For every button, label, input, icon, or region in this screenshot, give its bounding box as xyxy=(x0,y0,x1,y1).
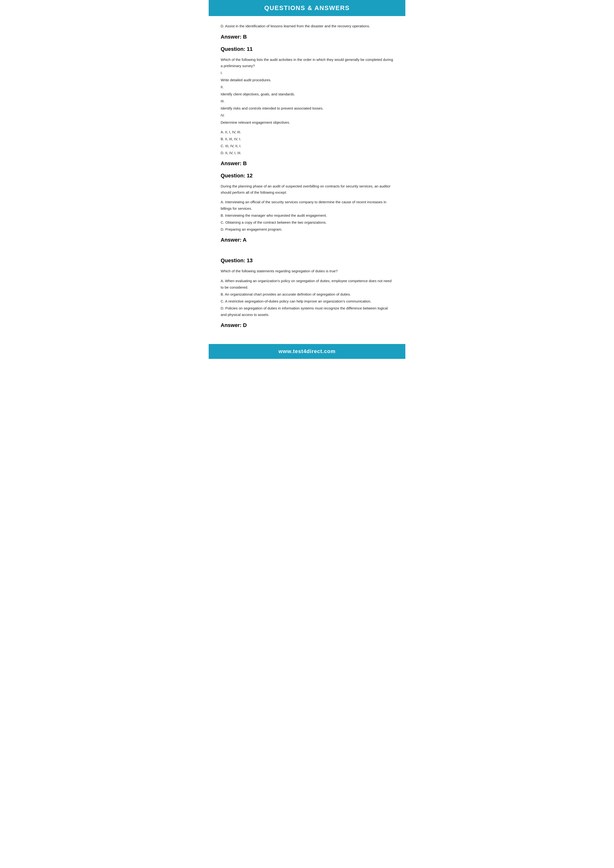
q13-opt-c: C. A restrictive segregation-of-duties p… xyxy=(221,298,393,304)
q11-line-6: III. xyxy=(221,98,393,104)
answer-12: Answer: A xyxy=(221,237,393,243)
q11-line-8: IV. xyxy=(221,112,393,118)
q12-opt-c: C. Obtaining a copy of the contract betw… xyxy=(221,219,393,226)
q13-opt-a: A. When evaluating an organization's pol… xyxy=(221,277,393,291)
q11-opt-c: C. III, IV, II, I. xyxy=(221,143,393,149)
q13-opt-b: B. An organizational chart provides an a… xyxy=(221,291,393,298)
answer-10: Answer: B xyxy=(221,34,393,40)
question-12-body: During the planning phase of an audit of… xyxy=(221,183,393,195)
question-13-body: Which of the following statements regard… xyxy=(221,268,393,274)
spacer-1 xyxy=(221,249,393,257)
q11-line-2: I. xyxy=(221,70,393,76)
q11-line-9: Determine relevant engagement objectives… xyxy=(221,119,393,126)
question-11-title: Question: 11 xyxy=(221,46,393,52)
q12-opt-b: B. Interviewing the manager who requeste… xyxy=(221,212,393,219)
q11-opt-a: A. II, I, IV, III. xyxy=(221,129,393,135)
page-footer: www.test4direct.com xyxy=(209,344,405,359)
question-12-title: Question: 12 xyxy=(221,173,393,179)
question-11-body: Which of the following lists the audit a… xyxy=(221,57,393,126)
footer-website: www.test4direct.com xyxy=(278,348,336,354)
question-12-options: A. Interviewing an official of the secur… xyxy=(221,199,393,232)
q11-line-4: II. xyxy=(221,84,393,90)
question-13-options: A. When evaluating an organization's pol… xyxy=(221,277,393,318)
intro-option-d: D. Assist in the identification of lesso… xyxy=(221,23,393,29)
spacer-2 xyxy=(221,335,393,339)
header-title: QUESTIONS & ANSWERS xyxy=(213,4,401,12)
q11-line-3: Write detailed audit procedures. xyxy=(221,77,393,83)
q12-line-1: During the planning phase of an audit of… xyxy=(221,183,393,195)
q13-opt-d: D. Policies on segregation of duties in … xyxy=(221,305,393,318)
q11-opt-b: B. II, III, IV, I. xyxy=(221,136,393,142)
q11-opt-d: D. II, IV, I, III. xyxy=(221,150,393,156)
question-13-title: Question: 13 xyxy=(221,257,393,264)
q11-line-1: Which of the following lists the audit a… xyxy=(221,57,393,69)
answer-13: Answer: D xyxy=(221,322,393,329)
page-header: QUESTIONS & ANSWERS xyxy=(209,0,405,16)
q11-line-7: Identify risks and controls intended to … xyxy=(221,105,393,112)
q12-opt-a: A. Interviewing an official of the secur… xyxy=(221,199,393,212)
main-content: D. Assist in the identification of lesso… xyxy=(209,16,405,344)
q11-line-5: Identify client objectives, goals, and s… xyxy=(221,91,393,97)
q13-line-1: Which of the following statements regard… xyxy=(221,268,393,274)
answer-11: Answer: B xyxy=(221,160,393,167)
question-11-options: A. II, I, IV, III. B. II, III, IV, I. C.… xyxy=(221,129,393,156)
q12-opt-d: D. Preparing an engagement program. xyxy=(221,226,393,232)
